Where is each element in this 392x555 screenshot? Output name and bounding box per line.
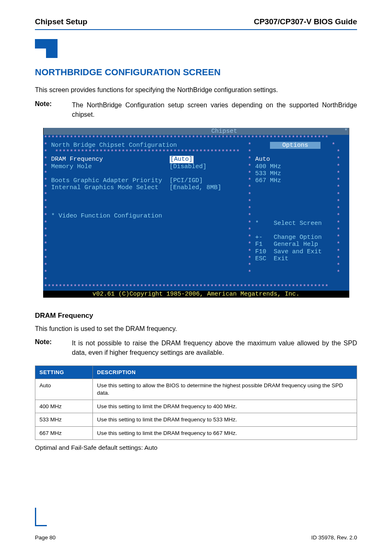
settings-table: SETTING DESCRIPTION Auto Use this settin… [35,365,357,440]
cell-desc: Use this setting to limit the DRAM frequ… [93,400,357,413]
header-right: CP307/CP307-V BIOS Guide [254,17,357,26]
bios-option-400[interactable]: 400 MHz [255,163,281,170]
star-icon: * [344,128,348,135]
note-block: Note: The NorthBridge Configuration setu… [35,100,357,119]
note-label: Note: [35,338,72,357]
bios-heading: North Bridge Chipset Configuration [51,142,177,149]
page-title: NORTHBRIDGE CONFIGURATION SCREEN [35,67,357,78]
bios-option-667[interactable]: 667 MHz [255,177,281,184]
table-row: 667 MHz Use this setting to limit the DR… [35,426,357,440]
bios-help-exit: ESC Exit [255,255,288,262]
bios-submenu-video[interactable]: * Video Function Configuration [51,213,162,220]
bios-item-dram-frequency[interactable]: DRAM Frequency [51,156,170,163]
bios-help-general-help: F1 General Help [255,241,318,248]
bios-footer: v02.61 (C)Copyright 1985-2006, American … [43,291,349,298]
page-number: Page 80 [35,534,55,541]
bios-option-533[interactable]: 533 MHz [255,170,281,177]
bios-option-auto[interactable]: Auto [255,156,270,163]
bios-help-save-exit: F10 Save and Exit [255,248,322,255]
header-left: Chipset Setup [35,17,88,26]
bios-tab-chipset[interactable]: Chipset [211,128,237,135]
note-block: Note: It is not possible to raise the DR… [35,338,357,357]
cell-setting: Auto [35,379,93,400]
divider-line: ****************************************… [44,135,348,142]
cell-setting: 667 MHz [35,426,93,440]
cell-desc: Use this setting to allow the BIOS to de… [93,379,357,400]
divider-line: ****************************************… [44,284,348,291]
cell-setting: 400 MHz [35,400,93,413]
page-header: Chipset Setup CP307/CP307-V BIOS Guide [35,17,357,30]
bios-item-internal-graphics[interactable]: Internal Graphics Mode Select [Enabled, … [51,184,221,191]
table-header-description: DESCRIPTION [93,366,357,379]
brand-logo-icon [35,39,58,58]
section-heading: DRAM Frequency [35,312,357,320]
bios-options-label: Options [270,142,321,149]
note-text: It is not possible to raise the DRAM fre… [72,338,357,357]
intro-paragraph: This screen provides functions for speci… [35,85,357,95]
section-desc: This function is used to set the DRAM fr… [35,325,357,333]
bios-help-change-option: +- Change Option [255,234,322,241]
table-header-setting: SETTING [35,366,93,379]
table-row: Auto Use this setting to allow the BIOS … [35,379,357,400]
default-settings-text: Optimal and Fail-Safe default settings: … [35,444,357,451]
table-row: 533 MHz Use this setting to limit the DR… [35,413,357,427]
bios-titlebar: Chipset * [43,128,349,135]
bios-item-boot-graphic[interactable]: Boots Graphic Adapter Priority [PCI/IGD] [51,177,203,184]
bios-help-select-screen: * Select Screen [255,220,322,227]
cell-desc: Use this setting to limit the DRAM frequ… [93,426,357,440]
table-row: 400 MHz Use this setting to limit the DR… [35,400,357,413]
note-label: Note: [35,100,72,119]
bios-item-memory-hole[interactable]: Memory Hole [Disabled] [51,163,207,170]
cell-desc: Use this setting to limit the DRAM frequ… [93,413,357,427]
page-footer: Page 80 ID 35978, Rev. 2.0 [35,534,357,541]
footer-logo-icon [35,508,47,526]
bios-screenshot: Chipset * ******************************… [43,128,349,298]
doc-id: ID 35978, Rev. 2.0 [311,534,357,541]
cell-setting: 533 MHz [35,413,93,427]
note-text: The NorthBridge Configuration setup scre… [72,100,357,119]
bios-value-dram-frequency[interactable]: [Auto] [170,156,194,163]
